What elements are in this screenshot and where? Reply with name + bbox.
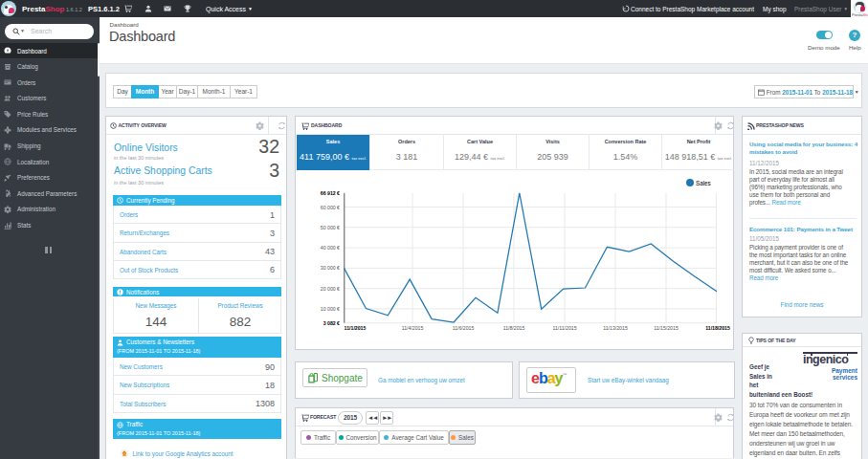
- svg-text:50 000 €: 50 000 €: [321, 225, 340, 230]
- svg-text:11/13/2015: 11/13/2015: [603, 325, 628, 331]
- svg-text:Sales: Sales: [696, 180, 711, 186]
- svg-text:60 000 €: 60 000 €: [321, 205, 340, 210]
- svg-text:10 000 €: 10 000 €: [321, 306, 340, 312]
- svg-text:11/11/2015: 11/11/2015: [552, 325, 576, 331]
- svg-text:11/4/2015: 11/4/2015: [402, 325, 424, 331]
- svg-text:40 000 €: 40 000 €: [321, 245, 340, 251]
- svg-text:11/18/2015: 11/18/2015: [705, 325, 730, 331]
- svg-text:20 000 €: 20 000 €: [321, 286, 340, 292]
- svg-text:30 000 €: 30 000 €: [321, 265, 340, 271]
- svg-text:11/6/2015: 11/6/2015: [453, 325, 475, 331]
- svg-text:11/15/2015: 11/15/2015: [654, 325, 679, 331]
- svg-text:11/1/2015: 11/1/2015: [345, 325, 367, 331]
- svg-text:3 082 €: 3 082 €: [323, 320, 340, 326]
- svg-text:66 912 €: 66 912 €: [321, 190, 340, 196]
- svg-text:11/8/2015: 11/8/2015: [503, 325, 525, 331]
